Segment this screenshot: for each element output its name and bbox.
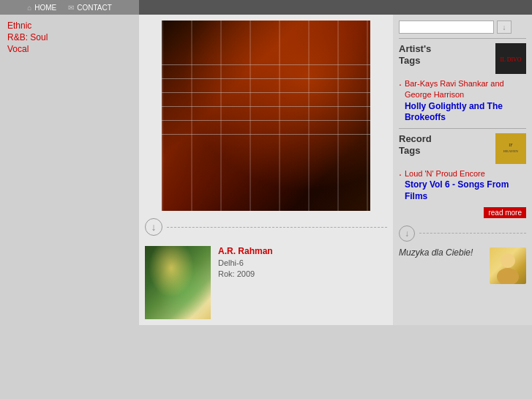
contact-label: CONTACT [77,4,112,12]
record-tags-title: Record Tags [399,133,432,156]
album-release: Delhi-6 [218,258,387,267]
artist-small-links: Bar-Kays Ravi Shankar and George Harriso… [405,79,504,99]
record-tag-links: Loud 'N' Proud Encore Story Vol 6 - Song… [405,168,526,203]
record-divider [399,128,526,129]
album-section: A.R. Rahman Delhi-6 Rok: 2009 [145,246,387,319]
nav-right [139,0,532,15]
album-year-value: 2009 [237,269,255,278]
artist-tags-header: Artist's Tags [399,43,526,74]
record-small-links: Loud 'N' Proud Encore [405,169,485,178]
story-vol-link[interactable]: Story Vol 6 - Songs From Films [405,179,526,202]
artist-tags-thumb [495,43,526,74]
string-4 [162,106,370,107]
contact-link[interactable]: ✉ CONTACT [68,4,112,12]
artist-tag-item: · Bar-Kays Ravi Shankar and George Harri… [399,78,526,124]
home-label: HOME [34,4,56,12]
tag-bullet: · [399,79,402,89]
artist-divider [399,38,526,39]
read-more-row: read more [399,207,526,218]
main-container: Ethnic R&B: Soul Vocal ↓ [0,15,532,325]
muzyka-section: Muzyka dla Ciebie! [399,247,526,258]
string-2 [162,78,370,79]
center-content: ↓ A.R. Rahman Delhi-6 Rok: 2009 [139,15,393,325]
right-sidebar: ↓ Artist's Tags · Bar-Kays Ravi Shankar … [393,15,532,325]
home-link[interactable]: ⌂ HOME [27,4,56,12]
sidebar-link-vocal[interactable]: Vocal [7,44,132,54]
email-icon: ✉ [68,4,74,12]
album-info: A.R. Rahman Delhi-6 Rok: 2009 [218,246,387,319]
artist-tags-title: Artist's Tags [399,43,431,66]
album-title: A.R. Rahman [218,246,387,256]
sidebar-link-ethnic[interactable]: Ethnic [7,20,132,31]
record-tag-list: · Loud 'N' Proud Encore Story Vol 6 - So… [399,168,526,203]
read-more-button[interactable]: read more [484,207,526,218]
search-bar: ↓ [399,20,526,34]
string-1 [162,64,370,65]
guitar-strings [162,64,370,135]
left-sidebar: Ethnic R&B: Soul Vocal [0,15,139,325]
string-6 [162,134,370,135]
scroll-down-right[interactable]: ↓ [399,225,415,242]
artist-tag-links: Bar-Kays Ravi Shankar and George Harriso… [405,78,526,124]
string-5 [162,120,370,121]
album-cover-inner [145,246,211,319]
album-cover [145,246,211,319]
guitar-image [162,20,370,211]
album-title-link[interactable]: A.R. Rahman [218,246,273,256]
record-tag-item: · Loud 'N' Proud Encore Story Vol 6 - So… [399,168,526,203]
search-button[interactable]: ↓ [497,20,512,34]
holly-golightly-link[interactable]: Holly Golightly and The Brokeoffs [405,101,526,124]
loud-proud-link[interactable]: Loud 'N' Proud [405,169,457,178]
scroll-down-indicator[interactable]: ↓ [145,218,162,236]
record-tags-thumb [495,133,526,164]
sidebar-link-soul[interactable]: R&B: Soul [7,32,132,42]
nav-left: ⌂ HOME ✉ CONTACT [0,0,139,15]
sidebar-links: Ethnic R&B: Soul Vocal [7,20,132,54]
record-tag-bullet: · [399,169,402,179]
bar-kays-link[interactable]: Bar-Kays [405,79,438,88]
home-icon: ⌂ [27,4,31,12]
artist-tag-list: · Bar-Kays Ravi Shankar and George Harri… [399,78,526,124]
record-tags-header: Record Tags [399,133,526,164]
top-nav: ⌂ HOME ✉ CONTACT [0,0,532,15]
encore-link[interactable]: Encore [460,169,485,178]
search-input[interactable] [399,20,494,34]
album-year-label: Rok: [218,269,235,278]
muzyka-avatar [490,247,526,284]
string-3 [162,92,370,93]
album-year: Rok: 2009 [218,269,387,278]
